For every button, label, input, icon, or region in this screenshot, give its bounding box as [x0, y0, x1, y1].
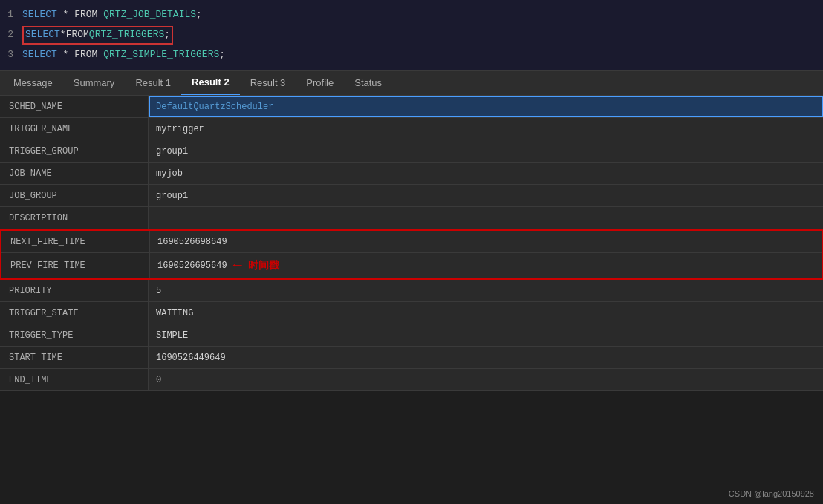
field-value-cell: SIMPLE	[149, 324, 823, 346]
tab-message[interactable]: Message	[3, 71, 63, 95]
annotation-arrow-icon: ←	[233, 257, 242, 274]
field-name-cell: DESCRIPTION	[0, 207, 149, 229]
table-row: PRIORITY5	[0, 280, 823, 302]
sql-editor: 1SELECT * FROM QRTZ_JOB_DETAILS;2SELECT …	[0, 0, 823, 71]
field-value-cell: myjob	[149, 163, 823, 184]
tab-result-2[interactable]: Result 2	[181, 71, 240, 95]
field-value-cell: group1	[149, 140, 823, 162]
field-value-cell: WAITING	[149, 302, 823, 324]
sql-content[interactable]: SELECT * FROM QRTZ_JOB_DETAILS;	[22, 7, 823, 23]
table-row: TRIGGER_STATEWAITING	[0, 302, 823, 324]
field-name-cell: TRIGGER_TYPE	[0, 324, 149, 346]
sql-line-1: 1SELECT * FROM QRTZ_JOB_DETAILS;	[0, 6, 823, 24]
field-name-cell: TRIGGER_GROUP	[0, 140, 149, 162]
tab-profile[interactable]: Profile	[296, 71, 344, 95]
tab-status[interactable]: Status	[344, 71, 392, 95]
field-name-cell: NEXT_FIRE_TIME	[1, 231, 150, 252]
table-row: JOB_GROUPgroup1	[0, 185, 823, 207]
annotation-label: 时间戳	[248, 259, 279, 272]
tab-summary[interactable]: Summary	[63, 71, 126, 95]
sql-line-2: 2SELECT * FROM QRTZ_TRIGGERS;	[0, 24, 823, 46]
field-name-cell: PREV_FIRE_TIME	[1, 253, 150, 278]
annotated-group: NEXT_FIRE_TIME1690526698649PREV_FIRE_TIM…	[0, 229, 823, 280]
field-value-cell: 1690526698649	[150, 231, 822, 252]
table-row: TRIGGER_TYPESIMPLE	[0, 324, 823, 347]
line-number: 2	[0, 27, 22, 43]
field-name-cell: TRIGGER_STATE	[0, 302, 149, 324]
table-row: END_TIME0	[0, 369, 823, 391]
table-row: SCHED_NAMEDefaultQuartzScheduler	[0, 96, 823, 118]
table-row: DESCRIPTION	[0, 207, 823, 229]
field-value-cell: mytrigger	[149, 118, 823, 140]
sql-content[interactable]: SELECT * FROM QRTZ_SIMPLE_TRIGGERS;	[22, 48, 823, 63]
field-value-cell: group1	[149, 185, 823, 206]
field-value-cell	[149, 207, 823, 229]
sql-content[interactable]: SELECT * FROM QRTZ_TRIGGERS;	[22, 26, 823, 45]
tab-bar: MessageSummaryResult 1Result 2Result 3Pr…	[0, 71, 823, 96]
field-name-cell: SCHED_NAME	[0, 96, 149, 117]
table-row: TRIGGER_GROUPgroup1	[0, 140, 823, 163]
field-name-cell: END_TIME	[0, 369, 149, 390]
field-name-cell: START_TIME	[0, 347, 149, 368]
field-value-cell: 1690526695649 ← 时间戳	[150, 253, 822, 278]
table-row: PREV_FIRE_TIME1690526695649 ← 时间戳	[1, 253, 822, 278]
field-value-cell: 0	[149, 369, 823, 390]
table-row: TRIGGER_NAMEmytrigger	[0, 118, 823, 140]
table-row: START_TIME1690526449649	[0, 347, 823, 369]
tab-result-3[interactable]: Result 3	[240, 71, 296, 95]
tab-result-1[interactable]: Result 1	[125, 71, 181, 95]
table-row: JOB_NAMEmyjob	[0, 163, 823, 185]
line-number: 1	[0, 7, 22, 23]
field-name-cell: TRIGGER_NAME	[0, 118, 149, 140]
inline-annotation: 1690526695649 ← 时间戳	[157, 257, 279, 274]
field-value-cell: 1690526449649	[149, 347, 823, 368]
field-value-cell[interactable]: DefaultQuartzScheduler	[149, 96, 823, 117]
field-name-cell: PRIORITY	[0, 280, 149, 301]
field-value-text: 1690526695649	[157, 261, 227, 271]
field-name-cell: JOB_GROUP	[0, 185, 149, 206]
field-name-cell: JOB_NAME	[0, 163, 149, 184]
sql-line-3: 3SELECT * FROM QRTZ_SIMPLE_TRIGGERS;	[0, 46, 823, 65]
results-area: SCHED_NAMEDefaultQuartzSchedulerTRIGGER_…	[0, 96, 823, 391]
highlighted-sql: SELECT * FROM QRTZ_TRIGGERS;	[22, 26, 173, 45]
field-value-cell: 5	[149, 280, 823, 301]
table-row: NEXT_FIRE_TIME1690526698649	[1, 231, 822, 253]
line-number: 3	[0, 48, 22, 63]
